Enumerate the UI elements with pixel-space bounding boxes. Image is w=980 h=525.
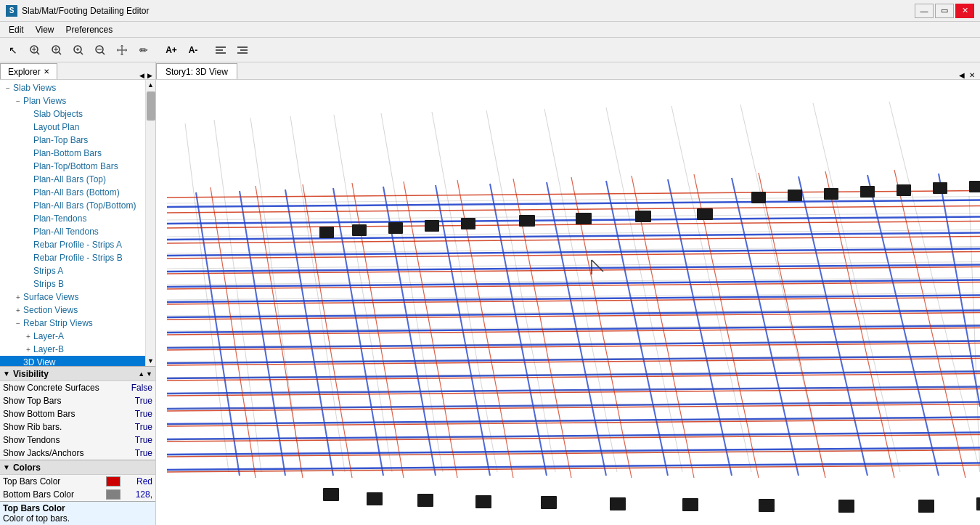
tree-item-label: Slab Objects (33, 109, 83, 119)
menu-view[interactable]: View (30, 23, 60, 36)
colors-header[interactable]: ▼ Colors (0, 460, 155, 475)
visibility-prop-value: False (123, 383, 152, 393)
tree-scroll-down[interactable]: ▼ (146, 356, 155, 366)
zoom-in-button[interactable] (46, 41, 67, 60)
tree-item-strips-b[interactable]: Strips B (0, 277, 145, 290)
svg-rect-143 (541, 496, 557, 509)
visibility-section: ▼ Visibility ▲ ▼ Show Concrete SurfacesF… (0, 366, 155, 460)
menu-preferences[interactable]: Preferences (60, 23, 118, 36)
text-smaller-button[interactable]: A- (183, 41, 203, 60)
visibility-prop-row[interactable]: Show Concrete SurfacesFalse (0, 381, 155, 394)
svg-rect-123 (860, 186, 875, 198)
tree-item-rebar-strip-views[interactable]: −Rebar Strip Views (0, 317, 145, 330)
align-left-button[interactable] (211, 41, 231, 60)
tree-item-label: Slab Views (13, 83, 56, 93)
color-prop-row[interactable]: Bottom Bars Color128, (0, 488, 155, 501)
color-swatch[interactable] (106, 476, 121, 487)
story3d-tab-label: Story1: 3D View (166, 67, 228, 77)
explorer-tab[interactable]: Explorer ✕ (0, 63, 57, 79)
tree-item-strips-a[interactable]: Strips A (0, 264, 145, 277)
story3d-tab[interactable]: Story1: 3D View (156, 63, 237, 79)
visibility-prop-row[interactable]: Show Jacks/AnchorsTrue (0, 447, 155, 460)
panel-prev-icon[interactable]: ◀ (138, 72, 146, 79)
tree-scroll-up[interactable]: ▲ (146, 80, 155, 90)
tree-item-label: Rebar Strip Views (23, 318, 93, 328)
svg-rect-148 (918, 500, 934, 513)
restore-button[interactable]: ▭ (935, 4, 954, 18)
bottom-info-title: Top Bars Color (3, 503, 152, 513)
visibility-prop-label: Show Top Bars (3, 396, 123, 406)
tree-item-layer-a[interactable]: +Layer-A (0, 330, 145, 343)
svg-rect-139 (323, 488, 339, 501)
view-tab-next-icon[interactable]: ✕ (967, 71, 977, 79)
visibility-prop-row[interactable]: Show Rib bars.True (0, 420, 155, 434)
tree-item-3d-view[interactable]: 3D View (0, 356, 145, 366)
align-right-button[interactable] (232, 41, 253, 60)
tree-item-plan-all-bars-top[interactable]: Plan-All Bars (Top) (0, 173, 145, 186)
svg-rect-149 (976, 497, 980, 510)
tree-item-slab-views[interactable]: −Slab Views (0, 81, 145, 94)
tree-item-surface-views[interactable]: +Surface Views (0, 290, 145, 304)
explorer-tab-close[interactable]: ✕ (44, 68, 49, 76)
svg-rect-22 (156, 80, 980, 525)
visibility-scroll-up-icon[interactable]: ▲ (138, 370, 144, 378)
tree-item-layout-plan[interactable]: Layout Plan (0, 121, 145, 134)
text-larger-button[interactable]: A+ (161, 41, 181, 60)
tree-item-rebar-profile-a[interactable]: Rebar Profile - Strips A (0, 238, 145, 251)
tree-item-label: Plan-All Bars (Top/Bottom) (33, 200, 136, 211)
panel-tab-arrows: ◀ ▶ (138, 72, 155, 79)
tree-item-label: 3D View (23, 357, 55, 366)
title-bar: S Slab/Mat/Footing Detailing Editor — ▭ … (0, 0, 980, 22)
tree-item-plan-top-bars[interactable]: Plan-Top Bars (0, 134, 145, 147)
svg-rect-120 (751, 192, 766, 203)
tree-item-label: Plan Views (23, 96, 66, 106)
tree-item-plan-all-bars-topbottom[interactable]: Plan-All Bars (Top/Bottom) (0, 199, 145, 212)
tree-item-rebar-profile-b[interactable]: Rebar Profile - Strips B (0, 251, 145, 264)
canvas-area[interactable] (156, 80, 980, 525)
window-controls: — ▭ ✕ (915, 4, 974, 18)
color-prop-label: Bottom Bars Color (3, 489, 106, 500)
tree-item-plan-views[interactable]: −Plan Views (0, 94, 145, 107)
tree-item-label: Rebar Profile - Strips A (33, 240, 122, 250)
rebar-3d-view (156, 80, 980, 525)
visibility-prop-row[interactable]: Show Bottom BarsTrue (0, 407, 155, 420)
color-swatch[interactable] (106, 489, 121, 500)
tree-item-layer-b[interactable]: +Layer-B (0, 343, 145, 356)
tree-item-label: Layer-A (33, 331, 64, 341)
svg-line-1 (37, 52, 39, 54)
menu-edit[interactable]: Edit (3, 23, 30, 36)
color-prop-row[interactable]: Top Bars ColorRed (0, 475, 155, 488)
tree-scroll-thumb[interactable] (147, 91, 155, 121)
tree-item-plan-tendons[interactable]: Plan-Tendons (0, 212, 145, 225)
tree-item-label: Strips A (33, 266, 63, 276)
visibility-prop-row[interactable]: Show Top BarsTrue (0, 394, 155, 407)
zoom-window-button[interactable] (68, 41, 89, 60)
svg-rect-132 (388, 222, 403, 234)
tree-item-slab-objects[interactable]: Slab Objects (0, 107, 145, 121)
zoom-out-button[interactable] (90, 41, 110, 60)
tree-item-plan-bottom-bars[interactable]: Plan-Bottom Bars (0, 147, 145, 160)
zoom-extents-button[interactable] (25, 41, 45, 60)
tree-item-plan-top-bottom-bars[interactable]: Plan-Top/Bottom Bars (0, 160, 145, 173)
minimize-button[interactable]: — (915, 4, 934, 18)
tree-scrollbar[interactable]: ▲ ▼ (145, 80, 155, 366)
tree-item-section-views[interactable]: +Section Views (0, 304, 145, 317)
visibility-prop-row[interactable]: Show TendonsTrue (0, 434, 155, 447)
view-tab-prev-icon[interactable]: ◀ (957, 71, 967, 79)
select-button[interactable]: ↖ (3, 41, 23, 60)
visibility-prop-label: Show Jacks/Anchors (3, 448, 123, 458)
svg-line-9 (81, 52, 83, 54)
visibility-scroll-down-icon[interactable]: ▼ (146, 370, 152, 378)
colors-section: ▼ Colors Top Bars ColorRedBottom Bars Co… (0, 460, 155, 501)
panel-next-icon[interactable]: ▶ (146, 72, 154, 79)
close-button[interactable]: ✕ (955, 4, 974, 18)
tree-item-plan-all-tendons[interactable]: Plan-All Tendons (0, 225, 145, 238)
draw-button[interactable]: ✏ (134, 41, 154, 60)
svg-rect-125 (933, 182, 947, 194)
tree-container: −Slab Views−Plan ViewsSlab ObjectsLayout… (0, 80, 145, 366)
visibility-label: Visibility (13, 369, 49, 379)
pan-button[interactable] (112, 41, 132, 60)
tree-item-plan-all-bars-bottom[interactable]: Plan-All Bars (Bottom) (0, 186, 145, 199)
visibility-header[interactable]: ▼ Visibility ▲ ▼ (0, 367, 155, 381)
tree-item-label: Rebar Profile - Strips B (33, 253, 123, 263)
